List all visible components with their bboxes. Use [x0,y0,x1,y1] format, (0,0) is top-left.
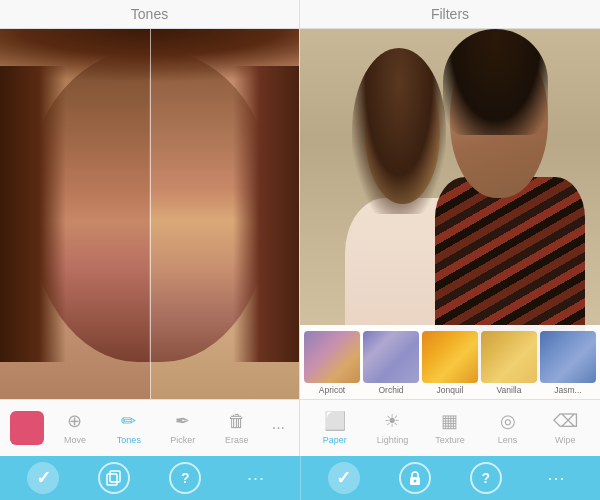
hair-right [233,66,299,362]
swatch-orchid-thumb [363,331,419,383]
swatch-apricot-thumb [304,331,360,383]
paper-tool[interactable]: ⬜ Paper [306,408,364,448]
copy-icon [106,470,122,486]
lock-button[interactable] [399,462,431,494]
swatch-vanilla-thumb [481,331,537,383]
man-hair [443,29,548,135]
paper-icon: ⬜ [324,411,346,433]
swatch-vanilla[interactable]: Vanilla [481,331,537,395]
help-button-right[interactable]: ? [470,462,502,494]
swatch-jasmin[interactable]: Jasm... [540,331,596,395]
check-button-right[interactable]: ✓ [328,462,360,494]
swatch-jonquil-label: Jonquil [437,385,464,395]
color-swatch[interactable] [10,411,44,445]
lens-icon: ◎ [500,411,516,433]
svg-rect-0 [107,474,117,485]
erase-icon: 🗑 [228,411,246,433]
swatch-vanilla-label: Vanilla [497,385,522,395]
lens-label: Lens [498,435,518,445]
swatches-row: Apricot Orchid Jonquil Vanilla [304,331,596,395]
swatch-orchid[interactable]: Orchid [363,331,419,395]
lighting-label: Lighting [377,435,409,445]
right-panel: Filters [300,0,600,456]
woman-hair [352,48,447,215]
swatch-apricot-label: Apricot [319,385,345,395]
swatch-jonquil[interactable]: Jonquil [422,331,478,395]
help-button-left[interactable]: ? [169,462,201,494]
bottom-right: ✓ ? ··· [300,456,601,500]
check-button-left[interactable]: ✓ [27,462,59,494]
bottom-bar: ✓ ? ··· ✓ ? ··· [0,456,600,500]
wipe-tool[interactable]: ⌫ Wipe [536,408,594,448]
swatch-jasmin-label: Jasm... [554,385,581,395]
more-button[interactable]: ··· [268,419,289,437]
lighting-tool[interactable]: ☀ Lighting [364,408,422,448]
more-button-right[interactable]: ··· [541,462,573,494]
paper-label: Paper [323,435,347,445]
move-label: Move [64,435,86,445]
left-panel-header: Tones [0,0,299,29]
more-button-left[interactable]: ··· [240,462,272,494]
erase-tool[interactable]: 🗑 Erase [214,408,260,448]
swatch-jasmin-thumb [540,331,596,383]
filter-swatches-overlay: Apricot Orchid Jonquil Vanilla [300,325,600,399]
texture-icon: ▦ [441,411,458,433]
move-icon: ⊕ [67,411,82,433]
texture-tool[interactable]: ▦ Texture [421,408,479,448]
swatch-orchid-label: Orchid [378,385,403,395]
lens-tool[interactable]: ◎ Lens [479,408,537,448]
right-toolbar: ⬜ Paper ☀ Lighting ▦ Texture ◎ Lens ⌫ Wi… [300,399,600,456]
erase-label: Erase [225,435,249,445]
filters-image: Apricot Orchid Jonquil Vanilla [300,29,600,399]
copy-button[interactable] [98,462,130,494]
tones-image [0,29,299,399]
lighting-icon: ☀ [384,411,400,433]
left-panel: Tones [0,0,300,456]
left-toolbar: ⊕ Move ✏ Tones ✒ Picker 🗑 Erase ··· [0,399,299,456]
svg-point-3 [413,480,416,483]
picker-icon: ✒ [175,411,190,433]
picker-label: Picker [170,435,195,445]
lock-icon [408,470,422,486]
tones-tool[interactable]: ✏ Tones [106,408,152,448]
swatch-jonquil-thumb [422,331,478,383]
hair-left [0,66,66,362]
texture-label: Texture [435,435,465,445]
tones-icon: ✏ [121,411,136,433]
split-line [150,29,151,399]
wipe-icon: ⌫ [553,411,578,433]
wipe-label: Wipe [555,435,576,445]
bottom-left: ✓ ? ··· [0,456,300,500]
move-tool[interactable]: ⊕ Move [52,408,98,448]
swatch-apricot[interactable]: Apricot [304,331,360,395]
tones-label: Tones [117,435,141,445]
right-panel-header: Filters [300,0,600,29]
svg-rect-1 [110,471,120,482]
picker-tool[interactable]: ✒ Picker [160,408,206,448]
